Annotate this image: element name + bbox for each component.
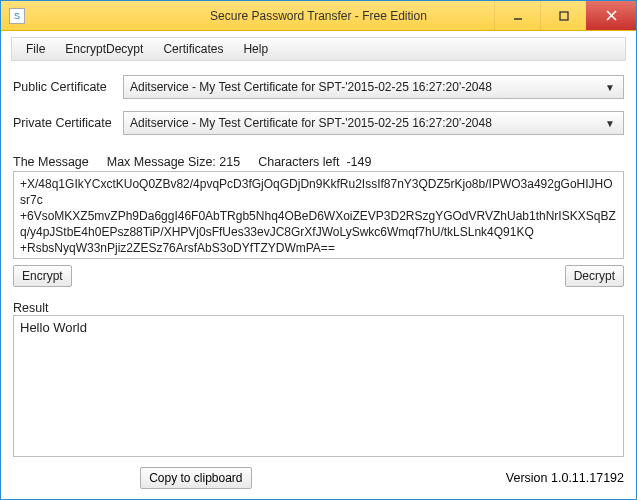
- window-title: Secure Password Transfer - Free Edition: [210, 9, 427, 23]
- decrypt-button[interactable]: Decrypt: [565, 265, 624, 287]
- maximize-button[interactable]: [540, 1, 586, 30]
- menu-certificates[interactable]: Certificates: [155, 40, 231, 58]
- menu-file[interactable]: File: [18, 40, 53, 58]
- public-cert-label: Public Certificate: [13, 80, 123, 94]
- menu-help[interactable]: Help: [235, 40, 276, 58]
- app-window: S Secure Password Transfer - Free Editio…: [0, 0, 637, 500]
- minimize-button[interactable]: [494, 1, 540, 30]
- chevron-down-icon: ▼: [605, 82, 615, 93]
- content-area: Public Certificate Aditservice - My Test…: [1, 61, 636, 461]
- message-textarea[interactable]: +X/48q1GIkYCxctKUoQ0ZBv82/4pvqPcD3fGjOqG…: [13, 171, 624, 259]
- menu-encryptdecrypt[interactable]: EncryptDecypt: [57, 40, 151, 58]
- public-cert-dropdown[interactable]: Aditservice - My Test Certificate for SP…: [123, 75, 624, 99]
- copy-to-clipboard-button[interactable]: Copy to clipboard: [140, 467, 251, 489]
- menu-bar: File EncryptDecypt Certificates Help: [11, 37, 626, 61]
- encrypt-button[interactable]: Encrypt: [13, 265, 72, 287]
- public-cert-row: Public Certificate Aditservice - My Test…: [13, 75, 624, 99]
- footer: Copy to clipboard Version 1.0.11.17192: [1, 461, 636, 499]
- private-cert-value: Aditservice - My Test Certificate for SP…: [130, 116, 492, 130]
- private-cert-row: Private Certificate Aditservice - My Tes…: [13, 111, 624, 135]
- app-icon: S: [9, 8, 25, 24]
- message-header: The Message Max Message Size: 215 Charac…: [13, 155, 624, 169]
- public-cert-value: Aditservice - My Test Certificate for SP…: [130, 80, 492, 94]
- private-cert-dropdown[interactable]: Aditservice - My Test Certificate for SP…: [123, 111, 624, 135]
- private-cert-label: Private Certificate: [13, 116, 123, 130]
- message-label: The Message: [13, 155, 89, 169]
- svg-rect-1: [560, 12, 568, 20]
- chars-left-label: Characters left -149: [258, 155, 371, 169]
- version-label: Version 1.0.11.17192: [506, 471, 624, 485]
- result-label: Result: [13, 301, 624, 315]
- window-controls: [494, 1, 636, 30]
- encrypt-decrypt-row: Encrypt Decrypt: [13, 265, 624, 287]
- max-size-label: Max Message Size: 215: [107, 155, 240, 169]
- chevron-down-icon: ▼: [605, 118, 615, 129]
- title-bar: S Secure Password Transfer - Free Editio…: [1, 1, 636, 31]
- result-textbox[interactable]: Hello World: [13, 315, 624, 457]
- close-button[interactable]: [586, 1, 636, 30]
